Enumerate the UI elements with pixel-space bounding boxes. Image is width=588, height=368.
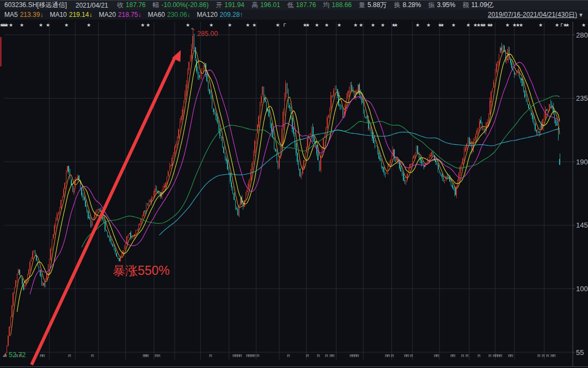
event-star-icon[interactable]: ★ xyxy=(371,22,375,28)
exright-marker: R xyxy=(356,353,359,358)
event-star-icon[interactable]: ★ xyxy=(46,22,50,28)
event-star-icon[interactable]: ★ xyxy=(186,22,190,28)
exright-marker: R xyxy=(42,353,45,358)
exright-marker: R xyxy=(488,353,492,358)
ma-item-label: MA120 xyxy=(197,11,218,19)
quote-field-value: 188.66 xyxy=(332,1,352,9)
event-star-icon[interactable]: ★ xyxy=(565,22,569,28)
ma-item: MA10219.14↓ xyxy=(50,11,92,19)
event-star-icon[interactable]: ★ xyxy=(415,22,420,28)
kline-chart-area[interactable]: 28023519014510055★★★★★★★★★★★★★★★★★★★★★★★… xyxy=(0,20,588,368)
event-star-icon[interactable]: ★ xyxy=(581,22,586,28)
stock-symbol: 603236.SH[移远通信] xyxy=(4,1,67,10)
event-star-icon[interactable]: ★ xyxy=(64,22,69,28)
event-star-icon[interactable]: ★ xyxy=(505,22,510,28)
quote-field: 量5.88万 xyxy=(359,1,387,10)
ma-item-value: 209.28↑ xyxy=(220,11,243,19)
exright-marker: R xyxy=(542,353,545,358)
ma-item: MA5213.39↓ xyxy=(4,11,43,19)
stock-chart-app: { "quote_bar": { "symbol": "603236.SH[移远… xyxy=(0,0,588,368)
event-star-icon[interactable]: ★ xyxy=(440,22,444,28)
quote-date: 2021/04/21 xyxy=(76,2,108,9)
exright-marker: R xyxy=(157,353,161,358)
event-star-icon[interactable]: ★ xyxy=(394,22,398,28)
exright-markers: RRRRRRRRRRRRRRRRRRRRRRRRRRRRRRRRRRRRRRRR… xyxy=(4,353,556,358)
quote-field: 低187.76 xyxy=(287,1,316,10)
quote-field-label: 换 xyxy=(394,1,400,10)
ma-item-label: MA5 xyxy=(4,11,18,19)
quote-field-label: 均 xyxy=(323,1,329,10)
exright-marker: R xyxy=(546,353,549,358)
quote-field-value: 5.88万 xyxy=(367,1,387,10)
ma-item: MA20218.75↓ xyxy=(99,11,141,19)
exright-marker: R xyxy=(410,353,413,358)
ma-item-value: 219.14↓ xyxy=(69,11,93,19)
exright-marker: R xyxy=(452,353,456,358)
exright-marker: R xyxy=(317,353,320,358)
event-star-icon[interactable]: ★ xyxy=(20,22,24,28)
event-star-icon[interactable]: ★ xyxy=(324,22,329,28)
quote-field-label: 收 xyxy=(117,1,124,10)
event-star-icon[interactable]: ★ xyxy=(353,22,358,28)
event-star-icon[interactable]: ★ xyxy=(482,22,486,28)
event-star-icon[interactable]: ★ xyxy=(209,22,213,28)
event-star-icon[interactable]: ★ xyxy=(555,22,559,28)
event-star-icon[interactable]: ★ xyxy=(381,22,385,28)
ma-line-20 xyxy=(30,62,560,295)
exright-marker: R xyxy=(387,353,390,358)
ma-item-label: MA20 xyxy=(99,11,115,19)
axis-label: 235 xyxy=(576,94,588,102)
quote-field-label: 幅 xyxy=(152,1,159,10)
event-star-icon[interactable]: ★ xyxy=(146,22,150,28)
quote-field: 高196.01 xyxy=(252,1,280,10)
event-star-icon[interactable]: ★ xyxy=(538,22,543,28)
exright-marker: R xyxy=(256,353,260,358)
exright-marker: R xyxy=(209,353,212,358)
quote-field: 额11.09亿 xyxy=(462,1,493,10)
exright-marker: R xyxy=(553,353,556,358)
event-star-icon[interactable]: ★ xyxy=(4,22,9,28)
quote-field: 均188.66 xyxy=(323,1,352,10)
quote-field-value: 8.28% xyxy=(402,1,421,9)
event-star-icon[interactable]: ★ xyxy=(140,22,145,28)
axis-label: 190 xyxy=(576,158,588,166)
event-star-icon[interactable]: ★ xyxy=(305,22,310,28)
event-star-icon[interactable]: ★ xyxy=(228,22,232,28)
ma-line-5 xyxy=(11,50,560,336)
event-flag-icon[interactable]: Γ xyxy=(284,22,286,28)
exright-marker: R xyxy=(306,353,309,358)
event-flag-icon[interactable]: Γ xyxy=(561,22,564,28)
event-star-icon[interactable]: ★ xyxy=(337,22,341,28)
exright-marker: R xyxy=(287,353,290,358)
candlesticks[interactable] xyxy=(5,28,560,356)
axis-label: 280 xyxy=(576,31,588,39)
quote-field: 开191.94 xyxy=(216,1,244,10)
exright-marker: R xyxy=(91,353,94,358)
event-star-icon[interactable]: ★ xyxy=(489,22,493,28)
ma-line-120 xyxy=(159,129,560,236)
event-star-icon[interactable]: ★ xyxy=(519,22,523,28)
event-star-icon[interactable]: ★ xyxy=(315,22,319,28)
quote-field-value: 3.95% xyxy=(437,1,455,9)
quote-field: 幅-10.00%(-20.86) xyxy=(152,1,209,10)
date-range-selector[interactable]: 2019/07/16-2021/04/21(430日) ▼ xyxy=(488,10,584,20)
event-star-icon[interactable]: ★ xyxy=(39,22,43,28)
exright-marker: R xyxy=(253,353,256,358)
event-star-icon[interactable]: ★ xyxy=(9,22,13,28)
event-star-icon[interactable]: ★ xyxy=(359,22,363,28)
event-star-icon[interactable]: ★ xyxy=(87,22,91,28)
ma-indicator-bar: MA5213.39↓MA10219.14↓MA20218.75↓MA60230.… xyxy=(0,10,588,20)
event-star-icon[interactable]: ★ xyxy=(451,22,456,28)
price-axis-labels: 28023519014510055 xyxy=(573,31,588,357)
event-star-icon[interactable]: ★ xyxy=(246,22,250,28)
event-star-icon[interactable]: ★ xyxy=(275,22,280,28)
low-arrow-icon: ← xyxy=(2,351,8,359)
event-star-icon[interactable]: ★ xyxy=(252,22,256,28)
ma-item-value: 213.39↓ xyxy=(20,11,44,19)
quote-field-label: 开 xyxy=(216,1,222,10)
chart-canvas[interactable]: 28023519014510055★★★★★★★★★★★★★★★★★★★★★★★… xyxy=(0,20,588,368)
event-star-icon[interactable]: ★ xyxy=(466,22,470,28)
event-star-icon[interactable]: ★ xyxy=(426,22,431,28)
quote-field-label: 低 xyxy=(287,1,294,10)
quote-field-label: 高 xyxy=(252,1,258,10)
